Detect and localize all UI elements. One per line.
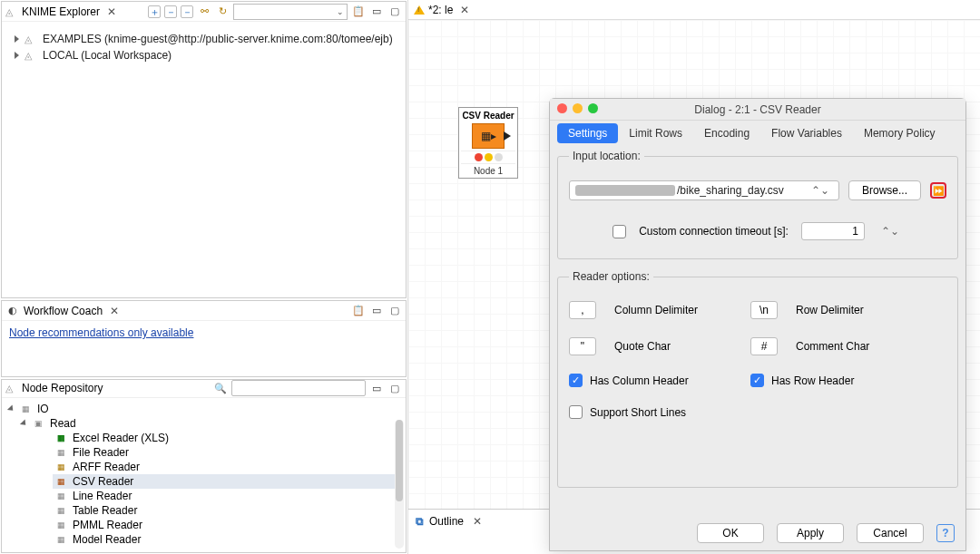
outline-icon: ⧉ (416, 515, 424, 528)
repo-item[interactable]: ▦PMML Reader (53, 518, 400, 532)
repo-folder-label: IO (37, 403, 49, 415)
repo-item[interactable]: ▦File Reader (53, 445, 400, 460)
repo-item-label: File Reader (73, 446, 129, 459)
support-short-lines-checkbox[interactable] (569, 405, 583, 419)
comment-char-label: Comment Char (796, 340, 923, 353)
reader-options-legend: Reader options: (569, 270, 653, 283)
repo-item[interactable]: ▦Table Reader (53, 503, 400, 518)
collapse-all-icon[interactable]: － (164, 5, 177, 18)
tree-item-local[interactable]: LOCAL (Local Workspace) (15, 47, 393, 63)
scrollbar[interactable] (395, 420, 404, 549)
repo-item[interactable]: ▦Model Reader (53, 532, 400, 547)
help-button[interactable]: ? (936, 524, 955, 542)
window-minimize-icon[interactable] (573, 103, 583, 113)
minimize-icon[interactable]: ▭ (369, 381, 384, 395)
filter-dropdown[interactable]: ⌄ (233, 4, 348, 20)
maximize-icon[interactable]: ▢ (387, 5, 402, 19)
repo-item-label: Model Reader (73, 533, 141, 546)
clipboard-icon[interactable]: 📋 (351, 304, 366, 318)
repo-item-label: CSV Reader (73, 475, 133, 488)
comment-char-input[interactable] (750, 337, 778, 355)
column-delimiter-input[interactable] (569, 301, 596, 319)
path-mask (575, 185, 675, 196)
window-close-icon[interactable] (557, 103, 567, 113)
dialog-titlebar[interactable]: Dialog - 2:1 - CSV Reader (550, 99, 965, 121)
csv-reader-node[interactable]: CSV Reader ▦▸ Node 1 (458, 107, 518, 179)
minimize-icon[interactable]: ▭ (369, 5, 384, 19)
maximize-icon[interactable]: ▢ (387, 381, 402, 395)
minimize-icon[interactable]: ▭ (369, 304, 384, 318)
output-port-icon[interactable] (504, 131, 511, 141)
repo-folder-io[interactable]: ▦ IO (7, 402, 400, 416)
dialog-tab[interactable]: Memory Policy (853, 123, 946, 143)
tree-item-label: EXAMPLES (knime-guest@http://public-serv… (43, 33, 393, 45)
reader-icon: ▦ (54, 477, 67, 486)
refresh-icon[interactable]: ↻ (215, 5, 230, 19)
warning-icon (414, 5, 425, 15)
input-location-group: Input location: /bike_sharing_day.csv ⌃⌄… (557, 150, 958, 259)
collapse-icon[interactable]: － (181, 5, 193, 18)
repo-folder-read[interactable]: ▣ Read (20, 416, 400, 431)
expand-icon[interactable] (7, 404, 15, 413)
expand-icon[interactable] (15, 35, 19, 43)
custom-timeout-input[interactable] (801, 222, 865, 240)
repo-item[interactable]: ▦ARFF Reader (53, 460, 400, 474)
repo-search-input[interactable] (231, 380, 366, 396)
chevron-updown-icon[interactable]: ⌃⌄ (808, 184, 833, 197)
coach-recommendation-link[interactable]: Node recommendations only available (9, 326, 193, 339)
dialog-tab[interactable]: Settings (557, 123, 618, 143)
search-icon[interactable]: 🔍 (213, 381, 228, 395)
reader-icon: ▦ (54, 506, 67, 515)
column-delimiter-label: Column Delimiter (614, 304, 741, 316)
dialog-tab[interactable]: Limit Rows (618, 123, 693, 143)
repo-folder-label: Read (50, 417, 76, 430)
reader-icon: ▦ (54, 491, 67, 501)
quote-char-input[interactable] (569, 337, 596, 355)
window-zoom-icon[interactable] (588, 103, 598, 113)
close-icon[interactable]: ✕ (469, 515, 485, 528)
dialog-tab[interactable]: Encoding (693, 123, 760, 143)
repo-icon (5, 382, 18, 394)
has-row-header-checkbox[interactable] (750, 374, 764, 387)
maximize-icon[interactable]: ▢ (387, 304, 402, 318)
close-icon[interactable]: ✕ (106, 305, 122, 317)
row-delimiter-input[interactable] (750, 301, 778, 319)
support-short-lines-label: Support Short Lines (590, 406, 686, 419)
clipboard-icon[interactable]: 📋 (351, 5, 366, 19)
apply-button[interactable]: Apply (777, 523, 844, 543)
has-column-header-checkbox[interactable] (569, 374, 583, 387)
reader-icon: ▦ (54, 535, 67, 544)
canvas-tab-label[interactable]: *2: le (428, 4, 453, 16)
home-icon (24, 49, 37, 62)
ok-button[interactable]: OK (697, 523, 764, 543)
explorer-title: KNIME Explorer (22, 5, 100, 18)
repo-item-label: Line Reader (73, 490, 132, 502)
cancel-button[interactable]: Cancel (857, 523, 924, 543)
scrollbar-thumb[interactable] (396, 420, 403, 501)
stepper-icon[interactable]: ⌃⌄ (877, 225, 903, 238)
node-label: Node 1 (461, 166, 515, 176)
folder-icon: ▣ (32, 419, 44, 428)
repo-item[interactable]: ▦Excel Reader (XLS) (53, 431, 400, 445)
csv-reader-dialog: Dialog - 2:1 - CSV Reader SettingsLimit … (549, 98, 966, 551)
link-icon[interactable]: ⚯ (197, 5, 211, 19)
timeout-icon[interactable]: ⏩ (930, 182, 946, 199)
knime-explorer-panel: KNIME Explorer ✕ ＋ － － ⚯ ↻ ⌄ 📋 ▭ ▢ (1, 1, 407, 298)
close-icon[interactable]: ✕ (103, 5, 120, 18)
expand-icon[interactable] (20, 419, 28, 427)
tree-item-examples[interactable]: EXAMPLES (knime-guest@http://public-serv… (15, 31, 393, 47)
dialog-tab-bar: SettingsLimit RowsEncodingFlow Variables… (550, 121, 965, 146)
expand-all-icon[interactable]: ＋ (148, 5, 161, 18)
custom-timeout-checkbox[interactable] (612, 225, 626, 238)
expand-icon[interactable] (15, 52, 19, 59)
explorer-icon (5, 5, 18, 18)
repo-item[interactable]: ▦CSV Reader (53, 474, 400, 489)
close-icon[interactable]: ✕ (456, 4, 473, 16)
dialog-tab[interactable]: Flow Variables (760, 123, 853, 143)
repo-item-label: Excel Reader (XLS) (73, 432, 169, 444)
file-path-combo[interactable]: /bike_sharing_day.csv ⌃⌄ (569, 180, 839, 200)
dialog-title: Dialog - 2:1 - CSV Reader (694, 103, 820, 116)
browse-button[interactable]: Browse... (848, 180, 921, 200)
repo-item[interactable]: ▦Line Reader (53, 489, 400, 503)
server-icon (24, 33, 37, 45)
